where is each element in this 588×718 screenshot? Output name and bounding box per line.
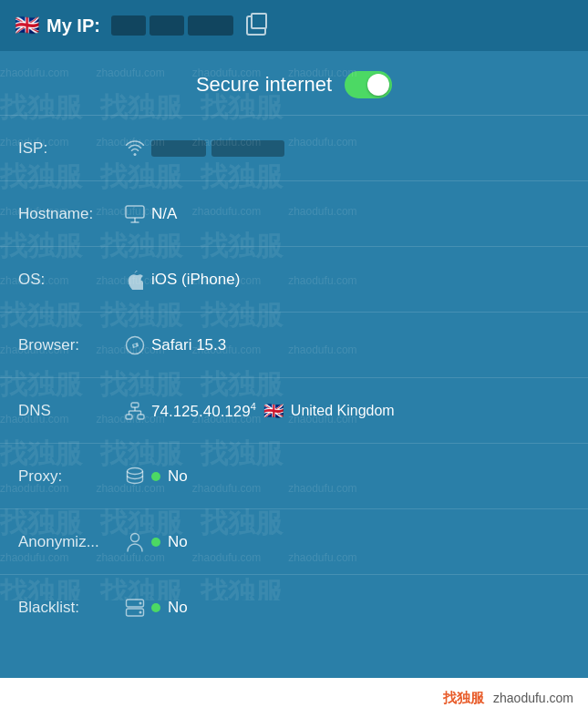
blacklist-status-dot bbox=[151, 603, 160, 612]
footer-bar: 找独服 zhaodufu.com bbox=[0, 678, 588, 718]
svg-rect-8 bbox=[138, 415, 144, 419]
svg-point-14 bbox=[131, 533, 139, 541]
blacklist-label: Blacklist: bbox=[18, 599, 119, 617]
anonymizer-value: No bbox=[151, 533, 570, 551]
proxy-label: Proxy: bbox=[18, 467, 119, 486]
blacklist-status-text: No bbox=[168, 599, 188, 617]
svg-rect-0 bbox=[126, 206, 144, 218]
hostname-row: Hostname: N/A bbox=[0, 181, 588, 247]
info-section: ISP: Hostname: bbox=[0, 116, 588, 641]
secure-internet-row: Secure internet bbox=[0, 51, 588, 116]
dns-label: DNS bbox=[18, 402, 119, 420]
blacklist-value: No bbox=[151, 599, 570, 617]
anonymizer-status-text: No bbox=[168, 533, 188, 551]
browser-value: Safari 15.3 bbox=[151, 336, 570, 354]
blacklist-row: Blacklist: No bbox=[0, 575, 588, 641]
wifi-icon bbox=[119, 140, 151, 157]
browser-label: Browser: bbox=[18, 336, 119, 354]
os-row: OS: iOS (iPhone) bbox=[0, 247, 588, 313]
dns-country-flag: 🇬🇧 bbox=[263, 401, 284, 421]
svg-point-5 bbox=[134, 344, 137, 346]
server-icon bbox=[119, 599, 151, 617]
footer-logo: 找独服 bbox=[443, 690, 484, 707]
dns-ip: 74.125.40.1294 bbox=[151, 401, 256, 421]
dns-value-container: 74.125.40.1294 🇬🇧 United Kingdom bbox=[151, 401, 570, 421]
os-value: iOS (iPhone) bbox=[151, 271, 570, 289]
apple-icon bbox=[119, 270, 151, 290]
proxy-status-text: No bbox=[168, 467, 188, 486]
browser-row: Browser: Safari 15.3 bbox=[0, 313, 588, 378]
svg-rect-6 bbox=[131, 403, 139, 407]
header: 🇬🇧 My IP: bbox=[0, 0, 588, 51]
hostname-value: N/A bbox=[151, 205, 570, 223]
secure-internet-toggle[interactable] bbox=[345, 71, 392, 98]
secure-internet-label: Secure internet bbox=[196, 73, 332, 97]
network-icon bbox=[119, 402, 151, 420]
compass-icon bbox=[119, 335, 151, 355]
anonymizer-row: Anonymiz... No bbox=[0, 509, 588, 575]
copy-icon[interactable] bbox=[246, 15, 266, 36]
isp-label: ISP: bbox=[18, 139, 119, 158]
proxy-row: Proxy: No bbox=[0, 444, 588, 509]
header-title: My IP: bbox=[46, 15, 100, 36]
isp-value bbox=[151, 140, 570, 157]
anonymizer-status-dot bbox=[151, 538, 160, 547]
svg-point-17 bbox=[139, 602, 142, 605]
person-icon bbox=[119, 532, 151, 552]
database-icon bbox=[119, 467, 151, 487]
svg-point-18 bbox=[139, 611, 142, 614]
dns-country: United Kingdom bbox=[291, 403, 395, 419]
hostname-label: Hostname: bbox=[18, 205, 119, 223]
os-label: OS: bbox=[18, 271, 119, 289]
monitor-icon bbox=[119, 205, 151, 223]
isp-row: ISP: bbox=[0, 116, 588, 181]
svg-rect-7 bbox=[126, 415, 132, 419]
proxy-status-dot bbox=[151, 472, 160, 481]
dns-row: DNS 74.125.40.1294 🇬🇧 United Kingdom bbox=[0, 378, 588, 444]
toggle-knob bbox=[367, 74, 389, 96]
anonymizer-label: Anonymiz... bbox=[18, 533, 119, 551]
svg-point-13 bbox=[128, 467, 143, 474]
ip-masked-blocks bbox=[111, 15, 233, 36]
proxy-value: No bbox=[151, 467, 570, 486]
header-flag: 🇬🇧 bbox=[15, 14, 39, 37]
footer-url: zhaodufu.com bbox=[493, 691, 573, 705]
